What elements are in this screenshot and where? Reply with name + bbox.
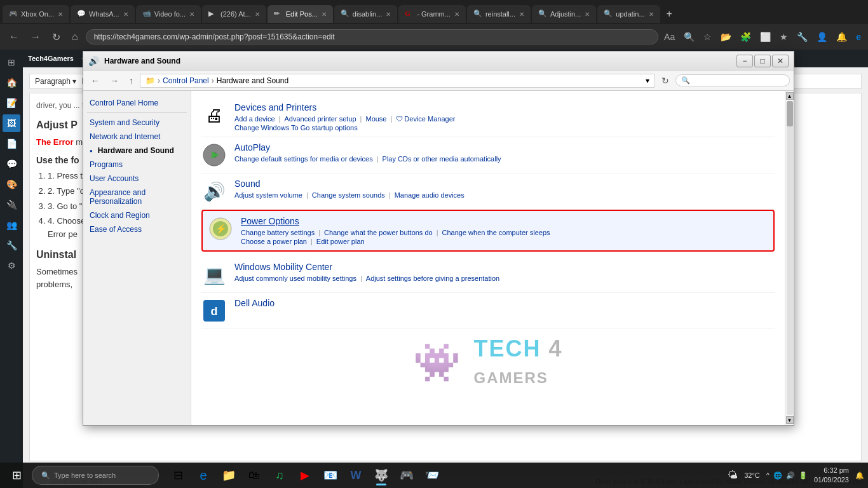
sidebar-item-home[interactable]: Control Panel Home (83, 96, 191, 110)
sidebar-users[interactable]: 👥 (3, 216, 20, 234)
link-change-default[interactable]: Change default settings for media or dev… (234, 155, 373, 163)
extensions-icon[interactable]: 🧩 (738, 30, 753, 44)
collections-icon[interactable]: 📂 (719, 30, 733, 44)
taskbar-store[interactable]: 🛍 (243, 464, 266, 487)
sidebar-comments[interactable]: 💬 (3, 155, 20, 173)
taskbar-youtube[interactable]: ▶ (294, 464, 316, 487)
power-title[interactable]: Power Options (241, 216, 768, 226)
notification-icon[interactable]: 🔔 (834, 30, 849, 44)
tab-close-icon[interactable]: ✕ (519, 11, 524, 18)
search-icon[interactable]: 🔍 (682, 30, 696, 44)
taskbar-clock[interactable]: 6:32 pm 01/09/2023 (814, 466, 849, 485)
tab-grammarly[interactable]: G - Gramm... ✕ (398, 5, 466, 23)
minimize-button[interactable]: − (736, 55, 753, 67)
star-icon[interactable]: ☆ (702, 30, 714, 44)
link-power-buttons[interactable]: Change what the power buttons do (324, 229, 433, 236)
tab-close-icon[interactable]: ✕ (386, 11, 391, 18)
taskbar-mail[interactable]: 📨 (421, 464, 444, 487)
reload-button[interactable]: ↻ (48, 30, 64, 44)
split-view-icon[interactable]: ⬜ (758, 30, 773, 44)
sound-title[interactable]: Sound (234, 179, 775, 189)
link-presentation[interactable]: Adjust settings before giving a presenta… (366, 274, 499, 282)
tab-close-icon[interactable]: ✕ (454, 11, 459, 18)
tab-close-icon[interactable]: ✕ (255, 11, 260, 18)
link-change-sounds[interactable]: Change system sounds (312, 191, 385, 199)
new-tab-button[interactable]: + (664, 8, 675, 20)
taskbar-files[interactable]: 📁 (217, 464, 240, 487)
profile-icon[interactable]: 👤 (815, 30, 829, 44)
tab-close-icon[interactable]: ✕ (58, 11, 63, 18)
tab-close-icon[interactable]: ✕ (189, 11, 194, 18)
maximize-button[interactable]: □ (754, 55, 771, 67)
sidebar-item-programs[interactable]: Programs (83, 158, 191, 172)
cp-search-box[interactable]: 🔍 (675, 74, 790, 86)
start-button[interactable]: ⊞ (4, 465, 29, 485)
tab-reinstall[interactable]: 🔍 reinstall... ✕ (467, 5, 531, 23)
scroll-up-button[interactable]: ▲ (786, 92, 794, 100)
tab-youtube[interactable]: ▶ (226) At... ✕ (202, 5, 266, 23)
tab-xbox[interactable]: 🎮 Xbox On... ✕ (3, 5, 69, 23)
link-adjust-volume[interactable]: Adjust system volume (234, 191, 302, 199)
taskbar-game[interactable]: 🎮 (395, 464, 418, 487)
volume-icon[interactable]: 🔊 (786, 471, 795, 480)
taskbar-search[interactable]: 🔍 Type here to search (32, 466, 159, 485)
paragraph-dropdown[interactable]: Paragraph ▾ (35, 77, 76, 86)
cp-path-control-panel[interactable]: Control Panel (163, 76, 209, 85)
mobility-title[interactable]: Windows Mobility Center (234, 262, 775, 272)
cp-back-button[interactable]: ← (87, 74, 104, 87)
link-manage-audio[interactable]: Manage audio devices (395, 191, 465, 199)
taskbar-outlook[interactable]: 📧 (319, 464, 342, 487)
scrollbar-track[interactable] (787, 101, 793, 415)
tab-close-icon[interactable]: ✕ (123, 11, 128, 18)
sidebar-item-user[interactable]: User Accounts (83, 172, 191, 186)
sidebar-item-clock[interactable]: Clock and Region (83, 208, 191, 222)
address-bar[interactable]: https://tech4gamers.com/wp-admin/post.ph… (86, 29, 658, 44)
taskbar-word[interactable]: W (344, 464, 367, 487)
sidebar-item-appearance[interactable]: Appearance and Personalization (83, 186, 191, 208)
link-add-device[interactable]: Add a device (234, 115, 275, 123)
sidebar-dashboard[interactable]: 🏠 (3, 74, 20, 92)
sidebar-tools[interactable]: 🔧 (3, 236, 20, 254)
tab-close-icon[interactable]: ✕ (649, 11, 654, 18)
read-mode-icon[interactable]: Aa (662, 30, 677, 44)
link-battery-settings[interactable]: Change battery settings (241, 229, 315, 236)
link-mobility-settings[interactable]: Adjust commonly used mobility settings (234, 274, 356, 282)
sidebar-plugins[interactable]: 🔌 (3, 196, 20, 214)
cp-refresh-button[interactable]: ↻ (658, 74, 673, 87)
taskbar-task-view[interactable]: ⊟ (166, 464, 189, 487)
notification-center[interactable]: 🔔 (855, 471, 864, 480)
link-mouse[interactable]: Mouse (365, 115, 386, 123)
scroll-down-button[interactable]: ▼ (786, 416, 794, 424)
sidebar-item-hardware[interactable]: Hardware and Sound (83, 144, 191, 158)
devices-title[interactable]: Devices and Printers (234, 102, 775, 112)
sidebar-posts[interactable]: 📝 (3, 94, 20, 112)
link-edit-plan[interactable]: Edit power plan (316, 238, 365, 245)
taskbar-spotify[interactable]: ♫ (268, 464, 291, 487)
sidebar-item-system[interactable]: System and Security (83, 116, 191, 130)
network-icon[interactable]: 🌐 (773, 471, 782, 480)
link-play-cds[interactable]: Play CDs or other media automatically (383, 155, 501, 163)
sidebar-media[interactable]: 🖼 (3, 114, 20, 132)
tab-edit-post[interactable]: ✏ Edit Pos... ✕ (268, 5, 333, 23)
scrollbar[interactable]: ▲ ▼ (785, 91, 794, 425)
sidebar-appearance[interactable]: 🎨 (3, 175, 20, 193)
tab-video[interactable]: 📹 Video fo... ✕ (136, 5, 201, 23)
tab-disabling[interactable]: 🔍 disablin... ✕ (334, 5, 397, 23)
close-button[interactable]: ✕ (772, 55, 789, 67)
link-computer-sleeps[interactable]: Change when the computer sleeps (442, 229, 550, 236)
tab-updating[interactable]: 🔍 updatin... ✕ (597, 5, 660, 23)
home-button[interactable]: ⌂ (68, 30, 82, 44)
tab-close-icon[interactable]: ✕ (322, 11, 327, 18)
sidebar-pages[interactable]: 📄 (3, 135, 20, 152)
sidebar-item-network[interactable]: Network and Internet (83, 130, 191, 144)
autoplay-title[interactable]: AutoPlay (234, 142, 775, 152)
link-printer-setup[interactable]: Advanced printer setup (284, 115, 356, 123)
tab-whatsapp[interactable]: 💬 WhatsA... ✕ (71, 5, 135, 23)
cp-up-button[interactable]: ↑ (125, 74, 137, 87)
scrollbar-thumb[interactable] (787, 101, 793, 126)
taskbar-something[interactable]: 🐺 (370, 464, 393, 487)
tab-close-icon[interactable]: ✕ (585, 11, 590, 18)
dell-title[interactable]: Dell Audio (234, 298, 775, 308)
tools-icon[interactable]: 🔧 (795, 30, 810, 44)
sidebar-item-ease[interactable]: Ease of Access (83, 222, 191, 236)
